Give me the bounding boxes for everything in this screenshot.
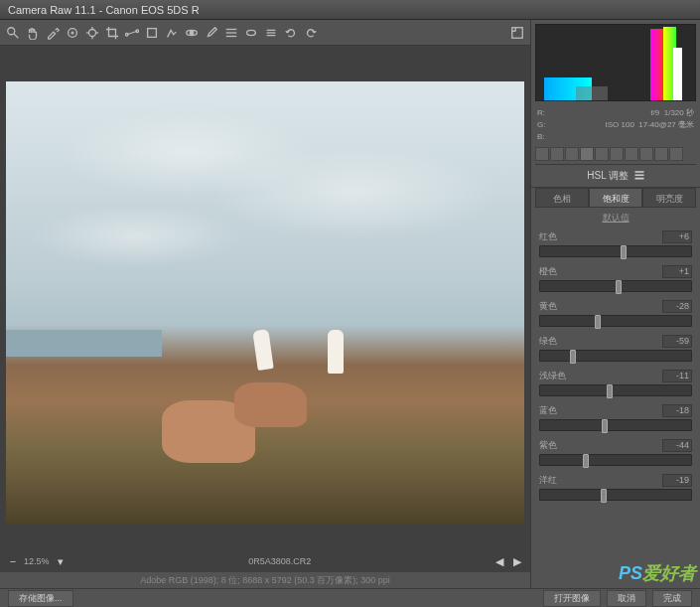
detail-tab-icon[interactable] — [565, 147, 579, 161]
greens-thumb[interactable] — [570, 350, 576, 364]
oranges-value[interactable]: +1 — [662, 265, 692, 278]
basic-tab-icon[interactable] — [535, 147, 549, 161]
reds-track[interactable] — [539, 245, 692, 257]
prev-image-icon[interactable]: ◀ — [492, 554, 506, 568]
yellows-value[interactable]: -28 — [662, 300, 692, 313]
save-image-button[interactable]: 存储图像... — [8, 590, 73, 607]
luminance-tab[interactable]: 明亮度 — [642, 188, 696, 208]
preview-area[interactable] — [0, 46, 530, 550]
saturation-tab[interactable]: 饱和度 — [589, 188, 642, 208]
fullscreen-icon[interactable] — [510, 26, 524, 40]
oranges-slider: 橙色+1 — [539, 265, 692, 292]
aquas-value[interactable]: -11 — [662, 370, 692, 382]
magentas-value[interactable]: -19 — [662, 474, 692, 487]
rotate-cw-icon[interactable] — [304, 26, 318, 40]
aquas-thumb[interactable] — [607, 384, 613, 398]
radial-filter-icon[interactable] — [244, 26, 258, 40]
brush-icon[interactable] — [205, 26, 218, 40]
target-icon[interactable] — [85, 26, 99, 40]
open-image-button[interactable]: 打开图像 — [543, 590, 601, 607]
hue-tab[interactable]: 色相 — [535, 188, 589, 208]
aquas-track[interactable] — [539, 384, 692, 396]
blues-value[interactable]: -18 — [662, 404, 692, 417]
snapshots-tab-icon[interactable] — [669, 147, 683, 161]
hsl-subtabs: 色相 饱和度 明亮度 — [535, 188, 696, 208]
panel-title: HSL 调整 ☰ — [531, 165, 700, 188]
window-titlebar: Camera Raw 11.1 - Canon EOS 5DS R — [0, 0, 700, 20]
watermark: PS爱好者 — [619, 561, 696, 585]
svg-point-0 — [8, 27, 15, 34]
zoom-dropdown-icon[interactable]: ▾ — [54, 554, 68, 568]
magentas-slider: 洋红-19 — [539, 474, 692, 501]
right-panel: R:f/9 1/320 秒 G:ISO 100 17-40@27 毫米 B: H… — [530, 20, 700, 588]
oranges-thumb[interactable] — [616, 280, 622, 294]
svg-point-14 — [190, 31, 194, 35]
aquas-slider: 浅绿色-11 — [539, 370, 692, 396]
preview-image — [6, 81, 524, 525]
crop-icon[interactable] — [105, 26, 119, 40]
svg-point-2 — [69, 28, 77, 37]
transform-icon[interactable] — [145, 26, 159, 40]
svg-point-3 — [71, 32, 73, 34]
greens-slider: 绿色-59 — [539, 335, 692, 362]
svg-point-18 — [247, 30, 256, 35]
greens-track[interactable] — [539, 350, 692, 362]
svg-line-1 — [14, 33, 18, 37]
oranges-track[interactable] — [539, 280, 692, 292]
reds-thumb[interactable] — [621, 245, 627, 259]
exif-metadata: R:f/9 1/320 秒 G:ISO 100 17-40@27 毫米 B: — [531, 105, 700, 145]
fx-tab-icon[interactable] — [625, 147, 638, 161]
purples-value[interactable]: -44 — [662, 439, 692, 452]
yellows-slider: 黄色-28 — [539, 300, 692, 327]
magentas-track[interactable] — [539, 489, 692, 501]
adjustment-tab-strip — [535, 147, 696, 165]
svg-rect-12 — [148, 28, 157, 37]
preview-footer: − 12.5% ▾ 0R5A3808.CR2 ◀ ▶ — [0, 550, 530, 572]
eyedropper-icon[interactable] — [46, 26, 60, 40]
purples-track[interactable] — [539, 454, 692, 466]
reds-value[interactable]: +6 — [662, 230, 692, 243]
zoom-value[interactable]: 12.5% — [24, 556, 50, 566]
blues-thumb[interactable] — [602, 419, 608, 433]
purples-slider: 紫色-44 — [539, 439, 692, 466]
purples-thumb[interactable] — [583, 454, 589, 468]
hsl-tab-icon[interactable] — [580, 147, 594, 161]
done-button[interactable]: 完成 — [652, 590, 692, 607]
blues-slider: 蓝色-18 — [539, 404, 692, 431]
graduated-filter-icon[interactable] — [224, 26, 238, 40]
svg-point-4 — [89, 29, 96, 36]
filename: 0R5A3808.CR2 — [68, 556, 492, 566]
rotate-ccw-icon[interactable] — [284, 26, 298, 40]
defaults-link[interactable]: 默认值 — [531, 208, 700, 228]
blues-track[interactable] — [539, 419, 692, 431]
zoom-out-icon[interactable]: − — [6, 554, 20, 568]
main-area: − 12.5% ▾ 0R5A3808.CR2 ◀ ▶ Adobe RGB (19… — [0, 20, 700, 588]
yellows-track[interactable] — [539, 315, 692, 327]
zoom-icon[interactable] — [6, 26, 20, 40]
yellows-thumb[interactable] — [595, 315, 601, 329]
dialog-footer: 存储图像... 打开图像 取消 完成 — [0, 588, 700, 607]
toolbar — [0, 20, 530, 46]
split-tab-icon[interactable] — [595, 147, 609, 161]
prefs-icon[interactable] — [264, 26, 278, 40]
svg-rect-22 — [512, 27, 523, 38]
color-sampler-icon[interactable] — [66, 26, 79, 40]
calib-tab-icon[interactable] — [639, 147, 653, 161]
redeye-icon[interactable] — [185, 26, 199, 40]
histogram[interactable] — [535, 24, 696, 101]
reds-slider: 红色+6 — [539, 230, 692, 257]
hand-icon[interactable] — [26, 26, 40, 40]
cancel-button[interactable]: 取消 — [607, 590, 646, 607]
straighten-icon[interactable] — [125, 26, 139, 40]
curve-tab-icon[interactable] — [550, 147, 564, 161]
presets-tab-icon[interactable] — [654, 147, 668, 161]
next-image-icon[interactable]: ▶ — [510, 554, 524, 568]
lens-tab-icon[interactable] — [610, 147, 624, 161]
left-panel: − 12.5% ▾ 0R5A3808.CR2 ◀ ▶ Adobe RGB (19… — [0, 20, 530, 588]
slider-group: 红色+6 橙色+1 黄色-28 绿色-59 浅绿色-11 蓝色-18 — [531, 228, 700, 511]
workflow-options-link[interactable]: Adobe RGB (1998); 8 位; 8688 x 5792 (50.3… — [0, 572, 530, 588]
spot-removal-icon[interactable] — [165, 26, 179, 40]
greens-value[interactable]: -59 — [662, 335, 692, 348]
magentas-thumb[interactable] — [601, 489, 607, 503]
